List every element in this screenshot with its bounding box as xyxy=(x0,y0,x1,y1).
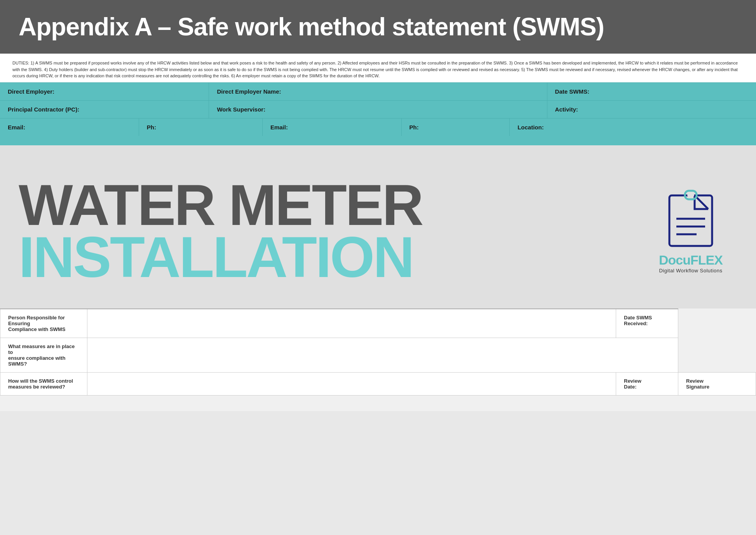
principal-contractor-label: Principal Contractor (PC): xyxy=(8,106,201,113)
duties-section: DUTIES: 1) A SWMS must be prepared if pr… xyxy=(0,54,756,82)
location-label: Location: xyxy=(517,124,748,131)
review-value xyxy=(87,372,616,395)
form-row-2: Principal Contractor (PC): Work Supervis… xyxy=(0,100,756,118)
bottom-table: Person Responsible for Ensuring Complian… xyxy=(0,308,756,396)
bottom-section: Person Responsible for Ensuring Complian… xyxy=(0,308,756,411)
form-row-1: Direct Employer: Direct Employer Name: D… xyxy=(0,82,756,100)
review-label: How will the SWMS control measures be re… xyxy=(0,372,87,395)
activity-cell: Activity: xyxy=(547,101,756,118)
duties-text: DUTIES: 1) A SWMS must be prepared if pr… xyxy=(12,60,744,79)
brand-name: DocuFLEX xyxy=(659,253,723,268)
direct-employer-name-cell: Direct Employer Name: xyxy=(209,83,547,100)
email2-cell: Email: xyxy=(263,119,402,136)
activity-label: Activity: xyxy=(555,106,748,113)
employer-form-section: Direct Employer: Direct Employer Name: D… xyxy=(0,82,756,145)
measures-value xyxy=(87,338,678,372)
bottom-row-3: How will the SWMS control measures be re… xyxy=(0,372,756,395)
email1-label: Email: xyxy=(8,124,131,131)
direct-employer-name-label: Direct Employer Name: xyxy=(217,88,539,95)
review-date-label: Review Date: xyxy=(616,372,678,395)
email1-cell: Email: xyxy=(0,119,139,136)
logo-section: DocuFLEX Digital Workflow Solutions xyxy=(644,188,737,274)
page-header: Appendix A – Safe work method statement … xyxy=(0,0,756,54)
measures-label: What measures are in place to ensure com… xyxy=(0,338,87,372)
date-swms-cell: Date SWMS: xyxy=(547,83,756,100)
review-signature-label: Review Signature xyxy=(678,372,756,395)
bottom-row-2: What measures are in place to ensure com… xyxy=(0,338,756,372)
work-supervisor-cell: Work Supervisor: xyxy=(209,101,547,118)
date-swms-received-label: Date SWMS Received: xyxy=(616,309,678,338)
direct-employer-cell: Direct Employer: xyxy=(0,83,209,100)
date-swms-label: Date SWMS: xyxy=(555,88,748,95)
brand: DocuFLEX Digital Workflow Solutions xyxy=(659,253,723,274)
brand-tagline: Digital Workflow Solutions xyxy=(659,268,723,274)
installation-title: INSTALLATION xyxy=(19,230,629,285)
ph2-cell: Ph: xyxy=(402,119,510,136)
brand-name-part1: Docu xyxy=(659,253,690,267)
person-responsible-label: Person Responsible for Ensuring Complian… xyxy=(0,309,87,338)
page-title: Appendix A – Safe work method statement … xyxy=(19,12,737,41)
ph2-label: Ph: xyxy=(409,124,502,131)
svg-rect-3 xyxy=(687,193,694,197)
email2-label: Email: xyxy=(270,124,394,131)
location-cell: Location: xyxy=(510,119,756,136)
visual-section: WATER METER INSTALLATION DocuFLEX Digita… xyxy=(0,145,756,308)
form-row-3: Email: Ph: Email: Ph: Location: xyxy=(0,118,756,136)
bottom-row-1: Person Responsible for Ensuring Complian… xyxy=(0,309,756,338)
work-supervisor-label: Work Supervisor: xyxy=(217,106,539,113)
ph1-label: Ph: xyxy=(147,124,254,131)
person-responsible-value xyxy=(87,309,616,338)
title-group: WATER METER INSTALLATION xyxy=(19,176,629,285)
direct-employer-label: Direct Employer: xyxy=(8,88,201,95)
svg-rect-0 xyxy=(669,195,712,246)
document-icon xyxy=(665,188,716,248)
brand-name-part2: FLEX xyxy=(690,253,723,267)
principal-contractor-cell: Principal Contractor (PC): xyxy=(0,101,209,118)
ph1-cell: Ph: xyxy=(139,119,263,136)
